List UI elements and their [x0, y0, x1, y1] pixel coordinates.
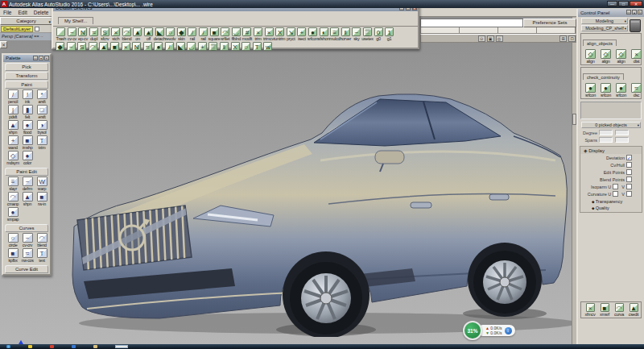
taskbar-folder-icon[interactable] — [93, 345, 97, 348]
shelf-tool-button[interactable]: ▲ off — [143, 27, 155, 41]
shelf-tool-button[interactable]: Trash — [56, 27, 67, 41]
palette-collapse-button[interactable]: ▭ — [33, 56, 38, 60]
shelf-tool-button[interactable]: ▲ on — [132, 27, 143, 41]
shelf-tool-button[interactable]: + isect — [296, 27, 308, 41]
maximize-button[interactable]: □ — [618, 1, 629, 6]
shelf-tool-button[interactable]: ● srfcon — [308, 27, 319, 41]
shelf-tool-button[interactable]: ~ sky — [351, 27, 362, 41]
shelf-tool-button[interactable]: 0 g0 — [373, 27, 384, 41]
shelf-tool-icon[interactable]: ◣ — [176, 42, 185, 51]
zoom-window-icon[interactable]: ▣ — [487, 35, 494, 42]
cp-refresh-button[interactable]: ↻ — [638, 10, 642, 15]
shelf-tool-icon[interactable]: ○ — [242, 42, 250, 51]
palette-titlebar[interactable]: Palette ▭ ▾ ✕ — [3, 55, 50, 62]
close-button[interactable]: ✕ — [630, 1, 642, 6]
shelf-tool-icon[interactable]: × — [122, 42, 130, 51]
windows-taskbar[interactable] — [0, 344, 644, 349]
shelf-tool-icon[interactable]: N — [132, 42, 141, 51]
shelf-tool-button[interactable]: ‖ horver — [340, 27, 351, 41]
curvature-v-checkbox[interactable] — [626, 191, 632, 197]
palette-tool-button[interactable]: ◠ blend — [35, 233, 49, 247]
shelf-tool-icon[interactable]: ▒ — [208, 42, 217, 51]
shelf-tool-button[interactable]: # modft — [242, 27, 253, 41]
expand-view-icon[interactable]: ⊡ — [568, 35, 576, 42]
palette-tool-button[interactable]: ≡ slayr — [6, 177, 20, 191]
shelf-tool-icon[interactable]: ‖ — [220, 42, 229, 51]
shelf-tool-icon[interactable]: S — [77, 42, 86, 51]
cp-tool-button[interactable]: ● srfcon — [583, 83, 598, 98]
cp-mode-dropdown[interactable]: Modeling▾ — [581, 18, 628, 24]
tab-check-continuity[interactable]: check_continuity — [583, 73, 624, 80]
shelf-tool-button[interactable]: ◐ sfshon — [318, 27, 329, 41]
preference-field[interactable] — [420, 19, 523, 27]
shelf-tool-button[interactable]: ◡ ffblnd — [231, 27, 242, 41]
taskbar-app-blue-icon[interactable] — [72, 345, 76, 348]
quality-toggle[interactable]: Quality — [580, 204, 642, 210]
shelf-tool-button[interactable]: X untrim — [275, 27, 286, 41]
shelf-tool-button[interactable]: ~ cv-cv — [67, 27, 78, 41]
cp-tool-button[interactable]: ◇ align — [583, 49, 598, 64]
layer-visibility-checkbox[interactable] — [35, 27, 39, 31]
start-orb-icon[interactable] — [6, 345, 10, 348]
picked-objects-dropdown[interactable]: 0 picked objects▾ — [581, 122, 641, 128]
shelf-tool-button[interactable]: ◣ detach — [154, 27, 165, 41]
taskbar-app-red-icon[interactable] — [50, 345, 54, 348]
perspective-viewport[interactable] — [0, 17, 572, 344]
cp-tool-button[interactable]: ● srfcon — [598, 83, 613, 98]
shelf-tool-icon[interactable]: + — [198, 42, 207, 51]
deviation-checkbox[interactable]: ✓ — [626, 155, 632, 160]
category-dropdown[interactable]: Category▾ — [0, 17, 52, 25]
shelf-tool-button[interactable]: 1 g1 — [384, 27, 395, 41]
shelf-tool-icon[interactable]: / — [165, 42, 174, 51]
degree-v-field[interactable] — [615, 130, 629, 135]
shelf-tool-button[interactable]: ▒ usetex — [362, 27, 374, 41]
palette-tool-button[interactable]: ▮ felt — [20, 105, 35, 119]
taskbar-active-window[interactable] — [115, 345, 128, 348]
shelf-tool-icon[interactable]: ■ — [110, 42, 119, 51]
cp-dock-button[interactable]: ▭ — [626, 10, 631, 15]
tile-views-icon[interactable]: ⊞ — [559, 35, 567, 42]
shelf-tool-button[interactable]: ↘ pryct — [285, 27, 296, 41]
edit-points-checkbox[interactable] — [626, 169, 632, 175]
menu-delete[interactable]: Delete — [31, 10, 52, 15]
palette-menu-button[interactable]: ▾ — [39, 56, 43, 60]
shelf-tool-icon[interactable]: ◆ — [56, 42, 64, 51]
palette-close-button[interactable]: ✕ — [44, 56, 49, 60]
tab-my-shelf[interactable]: My Shelf... — [58, 17, 93, 24]
cp-tool-button[interactable]: ◇ align — [598, 49, 613, 64]
cp-tool-button[interactable]: ≈ dsc — [629, 83, 644, 98]
net-speed-widget[interactable]: 31% ▲ 0.0K/s ▼ 0.0K/s ↕ — [463, 321, 515, 340]
cp-collapse-button[interactable]: ▴ — [632, 10, 637, 15]
shelf-tool-button[interactable]: / rail — [198, 27, 209, 41]
shelf-tool-button[interactable]: ■ square — [208, 27, 220, 41]
tab-align-objects[interactable]: align_objects — [583, 39, 617, 46]
cp-tool-button[interactable]: ▲ csedit — [626, 303, 641, 317]
palette-tool-button[interactable]: ○ circle — [6, 233, 20, 247]
palette-tool-button[interactable]: ● smpap — [6, 207, 20, 222]
cp-tool-button[interactable]: ◇ align — [613, 49, 629, 64]
preference-sets-button[interactable]: Preference Sets — [523, 19, 576, 27]
menu-file[interactable]: File — [0, 10, 14, 15]
palette-tool-button[interactable]: ! ink — [20, 89, 35, 104]
shelf-tool-button[interactable]: N ep-cv — [77, 27, 89, 41]
active-layer-chip[interactable]: DefaultLayer — [1, 26, 33, 32]
palette-tool-button[interactable]: ~ defrm — [20, 177, 35, 191]
layer-row[interactable]: DefaultLayer — [0, 25, 52, 33]
cp-tool-button[interactable]: ■ xmsrf — [597, 303, 612, 317]
cp-shelf-dropdown[interactable]: Modeling_CP_shelf▾ — [581, 25, 628, 31]
palette-tool-button[interactable]: ◑ bysol — [35, 120, 49, 135]
isoparm-u-checkbox[interactable] — [613, 184, 618, 189]
palette-tool-button[interactable]: + wand — [6, 135, 20, 150]
trash-icon[interactable] — [630, 19, 641, 32]
shelf-tool-button[interactable]: × trim — [253, 27, 264, 41]
viewport-corner-button[interactable]: ✕ — [0, 41, 7, 48]
palette-tool-button[interactable]: ■ rw-in — [35, 192, 49, 206]
degree-u-field[interactable] — [599, 130, 613, 135]
shelf-tool-button[interactable]: ◆ skin — [176, 27, 188, 41]
transparency-toggle[interactable]: Transparency — [580, 197, 642, 204]
palette-tab-curves[interactable]: Curves — [5, 224, 48, 232]
palette-tab-curve-edit[interactable]: Curve Edit — [5, 265, 48, 273]
shelf-tool-button[interactable]: ◠ blend — [122, 27, 133, 41]
palette-tool-button[interactable]: ◇ mdsym — [6, 151, 20, 165]
palette-tool-button[interactable]: ■ kpfbx — [6, 248, 20, 263]
